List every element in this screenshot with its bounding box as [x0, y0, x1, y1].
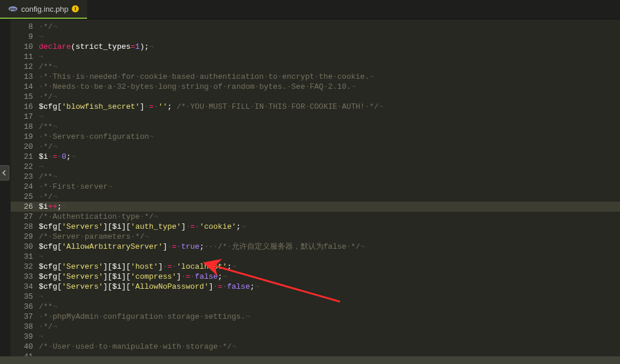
line-content: ¬ — [39, 112, 620, 122]
line-content: ¬ — [39, 162, 620, 172]
line-content: ·*·This·is·needed·for·cookie·based·authe… — [39, 72, 620, 82]
line-number: 12 — [11, 62, 39, 72]
line-content: $cfg['blowfish_secret']·=·''; /*·YOU·MUS… — [39, 102, 620, 112]
code-line[interactable]: 8·*/¬ — [11, 22, 620, 32]
code-line[interactable]: 22¬ — [11, 162, 620, 172]
line-number: 38 — [11, 322, 39, 332]
line-number: 41 — [11, 352, 39, 356]
line-content: ·*·First·server¬ — [39, 182, 620, 192]
line-content: ·*/¬ — [39, 22, 620, 32]
line-number: 28 — [11, 222, 39, 232]
code-line[interactable]: 40/*·User·used·to·manipulate·with·storag… — [11, 342, 620, 352]
code-line[interactable]: 28$cfg['Servers'][$i]['auth_type']·=·'co… — [11, 222, 620, 232]
code-line[interactable]: 39¬ — [11, 332, 620, 342]
code-line[interactable]: 30$cfg['AllowArbitraryServer']·=·true;··… — [11, 242, 620, 252]
code-line[interactable]: 38·*/¬ — [11, 322, 620, 332]
line-number: 21 — [11, 152, 39, 162]
code-line[interactable]: 15·*/¬ — [11, 92, 620, 102]
line-number: 13 — [11, 72, 39, 82]
line-content: $cfg['Servers'][$i]['AllowNoPassword']·=… — [39, 282, 620, 292]
code-editor[interactable]: 8·*/¬9¬10declare(strict_types=1);¬11¬12/… — [11, 19, 620, 356]
code-line[interactable]: 25·*/¬ — [11, 192, 620, 202]
code-line[interactable]: 31¬ — [11, 252, 620, 262]
line-content: ¬ — [39, 252, 620, 262]
line-number: 14 — [11, 82, 39, 92]
line-content: declare(strict_types=1);¬ — [39, 42, 620, 52]
code-line[interactable]: 36/**¬ — [11, 302, 620, 312]
code-line[interactable]: 41 — [11, 352, 620, 356]
line-number: 19 — [11, 132, 39, 142]
tab-config-php[interactable]: php config.inc.php ! — [0, 0, 87, 19]
code-line[interactable]: 21$i·=·0;¬ — [11, 152, 620, 162]
line-number: 10 — [11, 42, 39, 52]
code-line[interactable]: 20·*/¬ — [11, 142, 620, 152]
line-number: 30 — [11, 242, 39, 252]
line-content: $cfg['Servers'][$i]['auth_type']·=·'cook… — [39, 222, 620, 232]
line-content: $i·=·0;¬ — [39, 152, 620, 162]
code-line[interactable]: 34$cfg['Servers'][$i]['AllowNoPassword']… — [11, 282, 620, 292]
line-number: 11 — [11, 52, 39, 62]
line-content: /*·Server·parameters·*/¬ — [39, 232, 620, 242]
line-content: /*·Authentication·type·*/¬ — [39, 212, 620, 222]
line-content: ·*·Needs·to·be·a·32-bytes·long·string·of… — [39, 82, 620, 92]
line-content — [39, 352, 620, 356]
line-number: 23 — [11, 172, 39, 182]
code-line[interactable]: 37·*·phpMyAdmin·configuration·storage·se… — [11, 312, 620, 322]
code-line[interactable]: 9¬ — [11, 32, 620, 42]
code-line[interactable]: 12/**¬ — [11, 62, 620, 72]
code-line[interactable]: 11¬ — [11, 52, 620, 62]
warning-icon: ! — [72, 5, 79, 12]
code-line[interactable]: 19·*·Servers·configuration¬ — [11, 132, 620, 142]
line-number: 40 — [11, 342, 39, 352]
line-number: 29 — [11, 232, 39, 242]
line-content: ·*·Servers·configuration¬ — [39, 132, 620, 142]
line-number: 25 — [11, 192, 39, 202]
line-content: ·*/¬ — [39, 192, 620, 202]
line-number: 15 — [11, 92, 39, 102]
code-line[interactable]: 33$cfg['Servers'][$i]['compress']·=·fals… — [11, 272, 620, 282]
line-content: $cfg['Servers'][$i]['compress']·=·false;… — [39, 272, 620, 282]
line-content: /**¬ — [39, 172, 620, 182]
code-line[interactable]: 27/*·Authentication·type·*/¬ — [11, 212, 620, 222]
code-line[interactable]: 23/**¬ — [11, 172, 620, 182]
line-number: 31 — [11, 252, 39, 262]
code-line[interactable]: 24·*·First·server¬ — [11, 182, 620, 192]
line-number: 37 — [11, 312, 39, 322]
code-line[interactable]: 26$i++;¬ — [11, 202, 620, 212]
line-number: 34 — [11, 282, 39, 292]
line-number: 26 — [11, 202, 39, 212]
line-content: $cfg['Servers'][$i]['host']·=·'localhost… — [39, 262, 620, 272]
line-number: 27 — [11, 212, 39, 222]
code-line[interactable]: 16$cfg['blowfish_secret']·=·''; /*·YOU·M… — [11, 102, 620, 112]
line-content: ·*/¬ — [39, 322, 620, 332]
line-number: 17 — [11, 112, 39, 122]
code-line[interactable]: 18/**¬ — [11, 122, 620, 132]
line-number: 35 — [11, 292, 39, 302]
line-content: ¬ — [39, 52, 620, 62]
panel-toggle-handle[interactable] — [0, 165, 9, 181]
code-line[interactable]: 32$cfg['Servers'][$i]['host']·=·'localho… — [11, 262, 620, 272]
side-gutter — [0, 19, 11, 356]
code-line[interactable]: 35¬ — [11, 292, 620, 302]
code-line[interactable]: 10declare(strict_types=1);¬ — [11, 42, 620, 52]
line-content: ·*·phpMyAdmin·configuration·storage·sett… — [39, 312, 620, 322]
line-content: /**¬ — [39, 122, 620, 132]
code-line[interactable]: 17¬ — [11, 112, 620, 122]
line-content: ¬ — [39, 32, 620, 42]
code-line[interactable]: 29/*·Server·parameters·*/¬ — [11, 232, 620, 242]
tab-filename: config.inc.php — [21, 5, 68, 14]
line-number: 24 — [11, 182, 39, 192]
line-number: 20 — [11, 142, 39, 152]
status-bar — [0, 356, 620, 364]
line-number: 18 — [11, 122, 39, 132]
line-content: $i++;¬ — [39, 202, 620, 212]
line-number: 36 — [11, 302, 39, 312]
code-line[interactable]: 14·*·Needs·to·be·a·32-bytes·long·string·… — [11, 82, 620, 92]
line-number: 22 — [11, 162, 39, 172]
line-number: 9 — [11, 32, 39, 42]
line-content: ¬ — [39, 332, 620, 342]
line-number: 16 — [11, 102, 39, 112]
line-content: /**¬ — [39, 302, 620, 312]
line-content: $cfg['AllowArbitraryServer']·=·true;···/… — [39, 242, 620, 252]
code-line[interactable]: 13·*·This·is·needed·for·cookie·based·aut… — [11, 72, 620, 82]
